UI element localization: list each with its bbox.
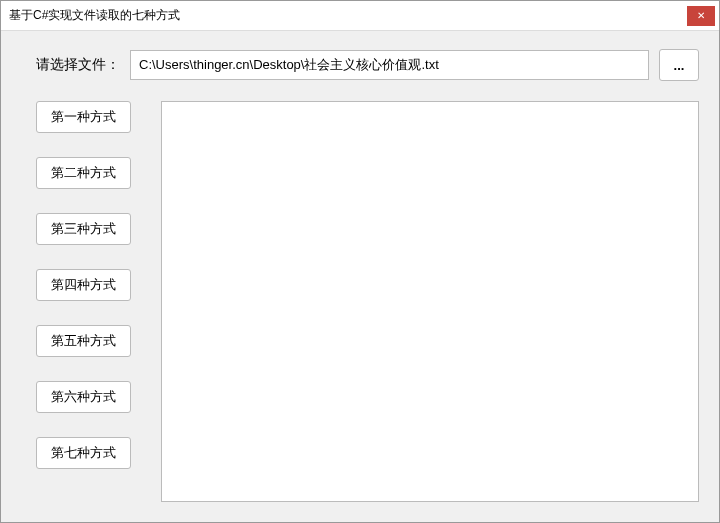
app-window: 基于C#实现文件读取的七种方式 ✕ 请选择文件： ... 第一种方式 第二种方式… [0, 0, 720, 523]
method-button-label: 第五种方式 [51, 332, 116, 350]
method-button-2[interactable]: 第二种方式 [36, 157, 131, 189]
method-button-column: 第一种方式 第二种方式 第三种方式 第四种方式 第五种方式 第六种方式 第七种方… [36, 101, 131, 502]
output-textarea[interactable] [161, 101, 699, 502]
method-button-label: 第三种方式 [51, 220, 116, 238]
main-area: 第一种方式 第二种方式 第三种方式 第四种方式 第五种方式 第六种方式 第七种方… [21, 101, 699, 502]
file-selector-row: 请选择文件： ... [21, 49, 699, 81]
file-path-input[interactable] [130, 50, 649, 80]
method-button-label: 第七种方式 [51, 444, 116, 462]
method-button-label: 第二种方式 [51, 164, 116, 182]
content-panel: 请选择文件： ... 第一种方式 第二种方式 第三种方式 第四种方式 第五种方式… [1, 31, 719, 522]
file-label: 请选择文件： [36, 56, 120, 74]
method-button-6[interactable]: 第六种方式 [36, 381, 131, 413]
browse-button[interactable]: ... [659, 49, 699, 81]
window-title: 基于C#实现文件读取的七种方式 [9, 7, 180, 24]
close-button[interactable]: ✕ [687, 6, 715, 26]
method-button-label: 第四种方式 [51, 276, 116, 294]
method-button-1[interactable]: 第一种方式 [36, 101, 131, 133]
ellipsis-icon: ... [674, 58, 685, 73]
close-icon: ✕ [697, 11, 705, 21]
title-bar: 基于C#实现文件读取的七种方式 ✕ [1, 1, 719, 31]
method-button-label: 第六种方式 [51, 388, 116, 406]
method-button-7[interactable]: 第七种方式 [36, 437, 131, 469]
method-button-label: 第一种方式 [51, 108, 116, 126]
method-button-4[interactable]: 第四种方式 [36, 269, 131, 301]
method-button-5[interactable]: 第五种方式 [36, 325, 131, 357]
method-button-3[interactable]: 第三种方式 [36, 213, 131, 245]
